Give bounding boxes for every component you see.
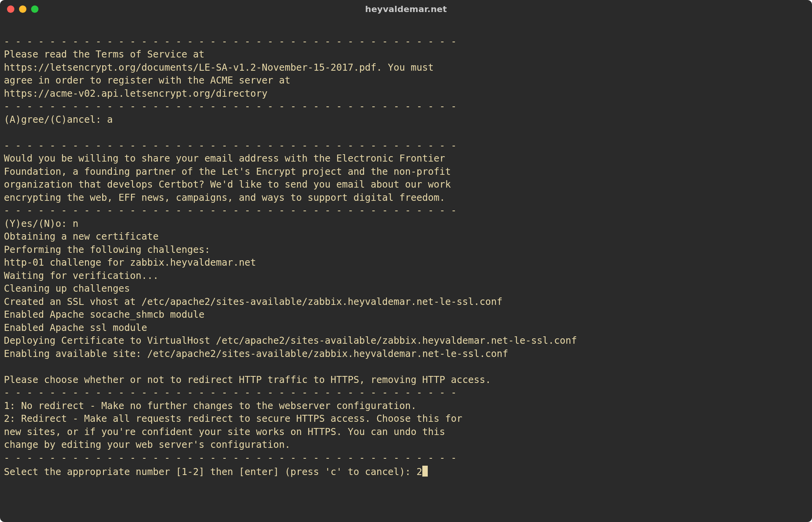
terminal-line: Please read the Terms of Service at: [4, 48, 808, 61]
zoom-icon[interactable]: [31, 5, 38, 13]
terminal-line: Deploying Certificate to VirtualHost /et…: [4, 334, 808, 347]
terminal-line: - - - - - - - - - - - - - - - - - - - - …: [4, 386, 808, 399]
terminal-line: - - - - - - - - - - - - - - - - - - - - …: [4, 100, 808, 113]
terminal-line: encrypting the web, EFF news, campaigns,…: [4, 191, 808, 204]
terminal-line: Obtaining a new certificate: [4, 230, 808, 243]
terminal-line: https://letsencrypt.org/documents/LE-SA-…: [4, 61, 808, 74]
traffic-lights: [7, 5, 38, 13]
terminal-line: organization that develops Certbot? We'd…: [4, 178, 808, 191]
terminal-line: [4, 360, 808, 373]
terminal-line: http-01 challenge for zabbix.heyvaldemar…: [4, 256, 808, 269]
cursor-icon: [422, 466, 428, 477]
terminal-line: Please choose whether or not to redirect…: [4, 373, 808, 386]
terminal-line: Enabled Apache ssl module: [4, 321, 808, 334]
window-title: heyvaldemar.net: [365, 4, 447, 14]
terminal-line: - - - - - - - - - - - - - - - - - - - - …: [4, 139, 808, 152]
terminal-line: - - - - - - - - - - - - - - - - - - - - …: [4, 204, 808, 217]
terminal-line: 1: No redirect - Make no further changes…: [4, 399, 808, 412]
terminal-line: 2: Redirect - Make all requests redirect…: [4, 412, 808, 425]
terminal-line: [4, 126, 808, 139]
terminal-line: Enabling available site: /etc/apache2/si…: [4, 347, 808, 360]
minimize-icon[interactable]: [19, 5, 26, 13]
terminal-line: [4, 22, 808, 35]
terminal-line: - - - - - - - - - - - - - - - - - - - - …: [4, 451, 808, 465]
terminal-line: Would you be willing to share your email…: [4, 152, 808, 165]
terminal-viewport[interactable]: - - - - - - - - - - - - - - - - - - - - …: [0, 18, 812, 522]
terminal-line: Cleaning up challenges: [4, 282, 808, 295]
terminal-line: agree in order to register with the ACME…: [4, 74, 808, 87]
titlebar: heyvaldemar.net: [0, 0, 812, 18]
terminal-prompt-line[interactable]: Select the appropriate number [1-2] then…: [4, 464, 808, 478]
terminal-line: (Y)es/(N)o: n: [4, 217, 808, 230]
terminal-line: (A)gree/(C)ancel: a: [4, 113, 808, 126]
terminal-line: Created an SSL vhost at /etc/apache2/sit…: [4, 295, 808, 308]
terminal-window: heyvaldemar.net - - - - - - - - - - - - …: [0, 0, 812, 522]
terminal-line: change by editing your web server's conf…: [4, 438, 808, 451]
terminal-line: https://acme-v02.api.letsencrypt.org/dir…: [4, 87, 808, 100]
terminal-prompt: Select the appropriate number [1-2] then…: [4, 466, 416, 477]
terminal-line: new sites, or if you're confident your s…: [4, 425, 808, 438]
terminal-input[interactable]: 2: [416, 466, 422, 477]
terminal-line: Foundation, a founding partner of the Le…: [4, 165, 808, 178]
terminal-line: Waiting for verification...: [4, 269, 808, 282]
terminal-line: Enabled Apache socache_shmcb module: [4, 308, 808, 321]
terminal-line: - - - - - - - - - - - - - - - - - - - - …: [4, 35, 808, 48]
close-icon[interactable]: [7, 5, 14, 13]
terminal-line: Performing the following challenges:: [4, 243, 808, 256]
